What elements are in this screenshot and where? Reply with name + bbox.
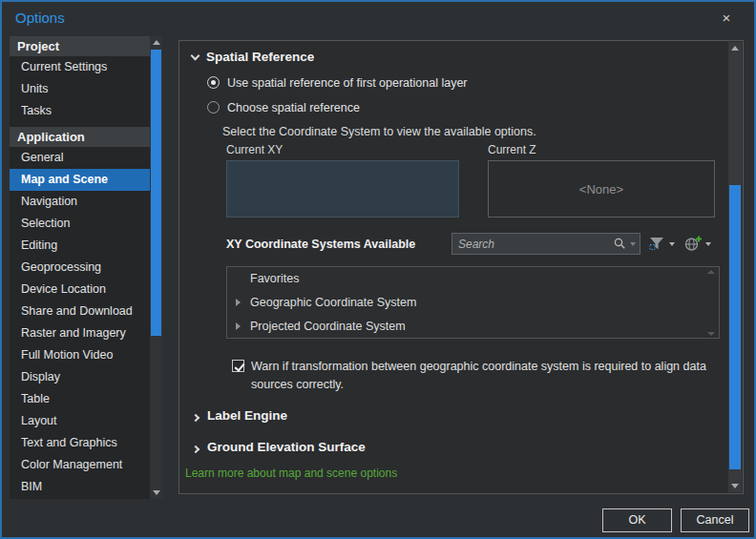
radio-choose-label: Choose spatial reference xyxy=(227,101,360,114)
radio-choose-spatial-reference[interactable]: Choose spatial reference xyxy=(207,101,360,114)
radio-button-unselected-icon[interactable] xyxy=(207,101,220,114)
tree-item-geographic-label: Geographic Coordinate System xyxy=(250,296,416,309)
sidebar-rows: Project Current Settings Units Tasks App… xyxy=(10,36,150,499)
xy-systems-available-label: XY Coordinate Systems Available xyxy=(226,238,415,251)
sidebar-item-current-settings[interactable]: Current Settings xyxy=(10,56,150,78)
tree-scroll-down-icon[interactable] xyxy=(706,332,716,336)
settings-panel: Spatial Reference Use spatial reference … xyxy=(178,40,744,494)
scroll-down-icon[interactable] xyxy=(728,480,742,492)
filter-icon xyxy=(649,237,665,251)
sidebar-item-bim[interactable]: BIM xyxy=(10,476,150,498)
options-category-sidebar: Project Current Settings Units Tasks App… xyxy=(10,36,162,499)
radio-button-selected-icon[interactable] xyxy=(207,76,220,89)
sidebar-item-tasks[interactable]: Tasks xyxy=(10,100,150,122)
globe-dropdown-caret-icon[interactable] xyxy=(705,242,711,246)
chevron-down-icon xyxy=(191,52,200,61)
tree-item-projected-coordinate-system[interactable]: Projected Coordinate System xyxy=(227,315,719,339)
current-z-value: <None> xyxy=(579,182,623,197)
warn-transformation-label: Warn if transformation between geographi… xyxy=(251,358,733,395)
current-xy-label: Current XY xyxy=(226,143,283,156)
tree-item-projected-label: Projected Coordinate System xyxy=(250,320,406,333)
sidebar-scrollbar-thumb[interactable] xyxy=(151,50,161,336)
sidebar-item-full-motion-video[interactable]: Full Motion Video xyxy=(10,344,150,366)
scroll-up-icon[interactable] xyxy=(728,42,742,54)
coordinate-search-box[interactable] xyxy=(452,233,640,255)
sidebar-item-navigation[interactable]: Navigation xyxy=(10,191,150,213)
tree-item-favorites[interactable]: Favorites xyxy=(227,267,719,291)
sidebar-item-selection[interactable]: Selection xyxy=(10,213,150,235)
coordinate-systems-tree: Favorites Geographic Coordinate System P… xyxy=(226,266,720,339)
title-bar: Options × xyxy=(2,2,754,34)
sidebar-scrollbar[interactable] xyxy=(150,36,162,499)
chevron-right-icon xyxy=(192,446,200,453)
radio-use-first-layer[interactable]: Use spatial reference of first operation… xyxy=(207,76,468,90)
tree-expander-icon[interactable] xyxy=(236,322,241,330)
sidebar-item-color-management[interactable]: Color Management xyxy=(10,454,150,476)
current-xy-box xyxy=(226,160,459,218)
search-input[interactable] xyxy=(452,238,612,251)
coordinate-system-instruction: Select the Coordinate System to view the… xyxy=(222,125,536,138)
spatial-reference-section-header[interactable]: Spatial Reference xyxy=(192,50,314,64)
sidebar-item-geoprocessing[interactable]: Geoprocessing xyxy=(10,257,150,279)
filter-dropdown-caret-icon[interactable] xyxy=(669,242,675,246)
window-title: Options xyxy=(15,10,65,26)
spatial-reference-title: Spatial Reference xyxy=(206,50,314,64)
label-engine-section-header[interactable]: Label Engine xyxy=(193,408,287,423)
sidebar-section-project: Project xyxy=(10,36,150,56)
ground-elevation-section-header[interactable]: Ground Elevation Surface xyxy=(193,440,366,454)
scroll-up-icon[interactable] xyxy=(150,36,162,49)
sidebar-item-text-and-graphics[interactable]: Text and Graphics xyxy=(10,432,150,454)
panel-scrollbar[interactable] xyxy=(728,42,742,492)
sidebar-item-general[interactable]: General xyxy=(10,147,150,169)
sidebar-item-layout[interactable]: Layout xyxy=(10,410,150,432)
scroll-down-icon[interactable] xyxy=(150,487,162,499)
spatial-reference-globe-button[interactable] xyxy=(682,233,714,255)
close-icon[interactable]: × xyxy=(716,8,737,29)
warn-transformation-checkbox[interactable] xyxy=(232,360,244,372)
sidebar-item-device-location[interactable]: Device Location xyxy=(10,279,150,301)
globe-add-icon xyxy=(684,236,702,252)
tree-expander-icon[interactable] xyxy=(236,299,241,306)
warn-transformation-row: Warn if transformation between geographi… xyxy=(232,358,733,395)
panel-scrollbar-thumb[interactable] xyxy=(729,185,741,469)
sidebar-item-editing[interactable]: Editing xyxy=(10,235,150,257)
ok-button[interactable]: OK xyxy=(602,508,672,532)
radio-use-first-layer-label: Use spatial reference of first operation… xyxy=(227,76,468,90)
cancel-button[interactable]: Cancel xyxy=(681,508,749,532)
sidebar-item-raster-and-imagery[interactable]: Raster and Imagery xyxy=(10,322,150,344)
options-dialog: Options × Project Current Settings Units… xyxy=(0,0,756,539)
search-dropdown-caret-icon[interactable] xyxy=(630,242,636,246)
ground-elevation-title: Ground Elevation Surface xyxy=(207,440,366,454)
sidebar-item-units[interactable]: Units xyxy=(10,78,150,100)
tree-scroll-up-icon[interactable] xyxy=(706,270,716,274)
search-icon xyxy=(612,238,628,250)
tree-item-favorites-label: Favorites xyxy=(250,272,299,285)
sidebar-item-share-and-download[interactable]: Share and Download xyxy=(10,301,150,322)
label-engine-title: Label Engine xyxy=(207,408,287,423)
current-z-label: Current Z xyxy=(488,143,536,156)
sidebar-item-display[interactable]: Display xyxy=(10,366,150,388)
sidebar-item-table[interactable]: Table xyxy=(10,388,150,410)
learn-more-link[interactable]: Learn more about map and scene options xyxy=(185,466,397,480)
chevron-right-icon xyxy=(192,414,200,422)
tree-item-geographic-coordinate-system[interactable]: Geographic Coordinate System xyxy=(227,291,719,315)
sidebar-item-map-and-scene[interactable]: Map and Scene xyxy=(10,169,150,191)
filter-button[interactable] xyxy=(646,233,678,255)
sidebar-section-application: Application xyxy=(10,127,150,147)
current-z-box: <None> xyxy=(488,160,715,218)
